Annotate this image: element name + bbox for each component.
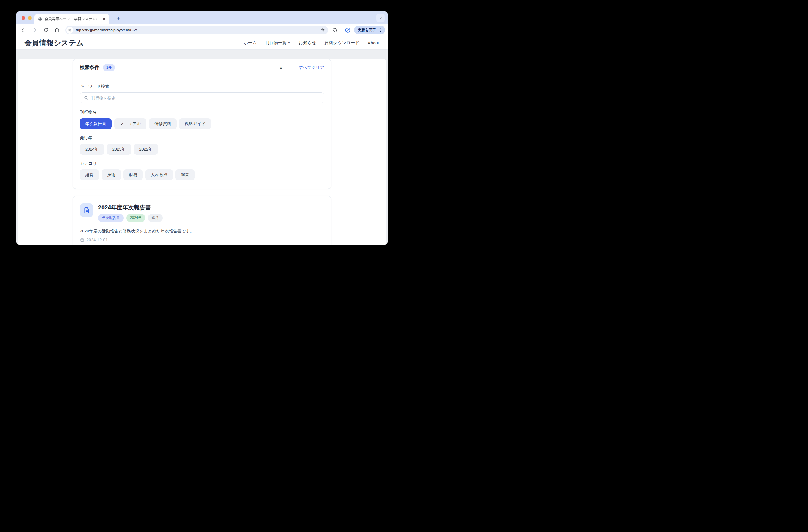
- window-close-button[interactable]: [21, 16, 25, 20]
- search-conditions-card: 検索条件 1件 ▲ すべてクリア キーワード検索: [73, 59, 331, 189]
- document-icon-tile: [80, 204, 93, 217]
- web-page: 会員情報システム ホーム 刊行物一覧▼ お知らせ 資料ダウンロード About …: [16, 36, 388, 245]
- result-date: 2024-12-01: [87, 238, 108, 242]
- publication-chip-row: 年次報告書 マニュアル 研修資料 戦略ガイド: [80, 118, 324, 129]
- update-chrome-button[interactable]: 更新を完了: [354, 26, 385, 34]
- tab-close-icon[interactable]: ✕: [102, 17, 106, 21]
- search-icon: [84, 95, 89, 100]
- publication-name-label: 刊行物名: [80, 110, 324, 115]
- chip-category-operations[interactable]: 運営: [176, 169, 195, 180]
- result-date-row: 2024-12-01: [80, 238, 324, 242]
- active-filter-count-badge: 1件: [103, 64, 115, 72]
- chip-year-2023[interactable]: 2023年: [107, 144, 131, 155]
- browser-toolbar: tbp.xsrv.jp/membership-system/8-2/ 更新を完了: [16, 24, 388, 36]
- new-tab-button[interactable]: +: [114, 14, 123, 23]
- browser-window: 会員専用ページ – 会員システムC ✕ + tbp.xsrv.jp/membe: [16, 12, 388, 245]
- chip-category-management[interactable]: 経営: [80, 169, 99, 180]
- chip-strategy-guide[interactable]: 戦略ガイド: [179, 118, 211, 129]
- nav-item-publications[interactable]: 刊行物一覧▼: [265, 40, 290, 45]
- chip-year-2024[interactable]: 2024年: [80, 144, 104, 155]
- profile-button[interactable]: [344, 27, 351, 34]
- nav-item-home[interactable]: ホーム: [243, 40, 257, 45]
- nav-item-downloads[interactable]: 資料ダウンロード: [325, 40, 360, 45]
- result-head-text: 2024年度年次報告書 年次報告書 2024年 経営: [98, 204, 163, 222]
- toolbar-divider: [341, 28, 342, 33]
- site-title: 会員情報システム: [24, 38, 84, 48]
- search-card-body: キーワード検索 刊行物名 年次報告書 マニュアル: [73, 76, 331, 189]
- browser-tab[interactable]: 会員専用ページ – 会員システムC ✕: [34, 14, 109, 24]
- site-nav: ホーム 刊行物一覧▼ お知らせ 資料ダウンロード About: [243, 40, 379, 45]
- content-column: 検索条件 1件 ▲ すべてクリア キーワード検索: [73, 59, 331, 245]
- back-button[interactable]: [20, 27, 27, 34]
- clear-all-link[interactable]: すべてクリア: [299, 65, 324, 70]
- category-chip-row: 経営 技術 財務 人材育成 運営: [80, 169, 324, 180]
- site-header: 会員情報システム ホーム 刊行物一覧▼ お知らせ 資料ダウンロード About: [16, 36, 388, 50]
- address-bar[interactable]: tbp.xsrv.jp/membership-system/8-2/: [66, 26, 328, 34]
- more-menu-icon[interactable]: [379, 28, 383, 33]
- result-badge-row: 年次報告書 2024年 経営: [98, 214, 163, 222]
- result-head: 2024年度年次報告書 年次報告書 2024年 経営: [80, 204, 324, 222]
- search-panel-title: 検索条件: [80, 64, 99, 71]
- nav-item-publications-label: 刊行物一覧: [265, 40, 287, 45]
- chip-category-hr[interactable]: 人材育成: [145, 169, 173, 180]
- result-title: 2024年度年次報告書: [98, 204, 163, 211]
- chip-category-technology[interactable]: 技術: [102, 169, 121, 180]
- window-minimize-button[interactable]: [28, 16, 32, 20]
- nav-item-news[interactable]: お知らせ: [299, 40, 316, 45]
- search-input[interactable]: [91, 96, 320, 100]
- star-icon: [320, 27, 326, 33]
- home-button[interactable]: [53, 27, 60, 34]
- tab-favicon-globe-icon: [38, 17, 42, 21]
- forward-button[interactable]: [31, 27, 38, 34]
- home-icon: [54, 27, 60, 33]
- keyword-search-label: キーワード検索: [80, 84, 324, 89]
- chip-training-materials[interactable]: 研修資料: [149, 118, 177, 129]
- chip-manual[interactable]: マニュアル: [114, 118, 146, 129]
- toolbar-right: 更新を完了: [331, 26, 385, 34]
- back-arrow-icon: [20, 27, 26, 33]
- search-box[interactable]: [80, 92, 324, 103]
- chip-year-2022[interactable]: 2022年: [134, 144, 158, 155]
- update-button-label: 更新を完了: [358, 27, 376, 33]
- dropdown-caret-icon: ▼: [288, 42, 290, 44]
- url-text[interactable]: tbp.xsrv.jp/membership-system/8-2/: [76, 28, 317, 32]
- profile-icon: [345, 27, 351, 33]
- reload-button[interactable]: [42, 27, 49, 34]
- main-container: 検索条件 1件 ▲ すべてクリア キーワード検索: [18, 59, 386, 245]
- site-settings-button[interactable]: [66, 27, 73, 34]
- tab-title: 会員専用ページ – 会員システムC: [45, 17, 99, 21]
- calendar-icon: [80, 238, 85, 242]
- extensions-button[interactable]: [331, 27, 338, 34]
- search-card-header: 検索条件 1件 ▲ すべてクリア: [73, 59, 331, 76]
- badge-category: 経営: [148, 214, 163, 222]
- badge-publication-type: 年次報告書: [98, 214, 124, 222]
- chip-category-finance[interactable]: 財務: [124, 169, 143, 180]
- collapse-panel-button[interactable]: ▲: [279, 65, 283, 70]
- nav-item-about[interactable]: About: [368, 40, 379, 45]
- tab-strip: 会員専用ページ – 会員システムC ✕ +: [16, 12, 388, 24]
- document-icon: [83, 207, 90, 214]
- chevron-down-icon: [378, 16, 383, 20]
- year-chip-row: 2024年 2023年 2022年: [80, 144, 324, 155]
- page-background: 検索条件 1件 ▲ すべてクリア キーワード検索: [16, 50, 388, 245]
- bookmark-star-button[interactable]: [319, 27, 326, 33]
- tune-icon: [68, 28, 72, 32]
- publication-year-label: 発行年: [80, 135, 324, 140]
- category-label: カテゴリ: [80, 161, 324, 166]
- badge-year: 2024年: [126, 214, 145, 222]
- result-card[interactable]: 2024年度年次報告書 年次報告書 2024年 経営 2024年度の活動報告と財…: [73, 196, 331, 245]
- tab-search-button[interactable]: [377, 14, 385, 22]
- result-description: 2024年度の活動報告と財務状況をまとめた年次報告書です。: [80, 228, 324, 234]
- puzzle-icon: [332, 27, 337, 33]
- chip-annual-report[interactable]: 年次報告書: [80, 118, 112, 129]
- forward-arrow-icon: [32, 27, 37, 33]
- reload-icon: [43, 27, 49, 33]
